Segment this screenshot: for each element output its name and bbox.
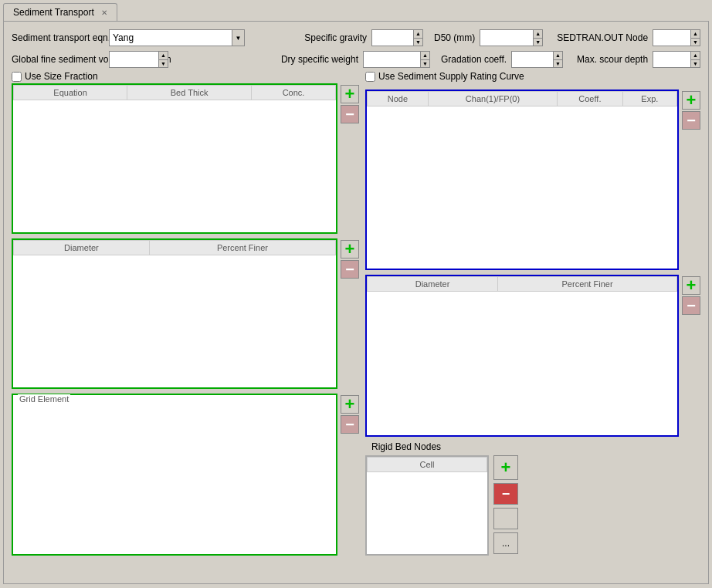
use-size-fraction-row: Use Size Fraction: [12, 71, 359, 82]
use-sediment-supply-checkbox[interactable]: [365, 72, 375, 82]
dry-specific-weight-spin: 14700.00 ▲ ▼: [363, 51, 430, 68]
gradation-coeff-spin: 3.71 ▲ ▼: [511, 51, 563, 68]
minus-icon-5: −: [687, 298, 696, 313]
right-table-1-add-btn[interactable]: +: [682, 91, 700, 110]
rigid-bed-table-container: Cell: [365, 455, 489, 556]
gradation-coeff-input[interactable]: 3.71: [511, 51, 554, 68]
plus-icon: +: [345, 86, 355, 103]
right-table-1-container: Node Chan(1)/FP(0) Coeff. Exp.: [365, 90, 679, 270]
right-section-1-row: Node Chan(1)/FP(0) Coeff. Exp. + −: [365, 90, 700, 270]
right-column: Use Sediment Supply Rating Curve Node Ch…: [365, 71, 700, 556]
grid-element-label: Grid Element: [18, 394, 70, 404]
gradation-coeff-label: Gradation coeff.: [441, 54, 507, 65]
global-fine-up[interactable]: ▲: [159, 52, 168, 60]
right-table-1-remove-btn[interactable]: −: [682, 111, 700, 130]
d50-spin: 0.1200 ▲ ▼: [480, 29, 543, 46]
use-sediment-supply-label: Use Sediment Supply Rating Curve: [378, 71, 524, 82]
global-fine-spin: 0.0778 ▲ ▼: [109, 51, 168, 68]
rigid-plus-icon: +: [501, 459, 511, 476]
col-percent-finer-1: Percent Finer: [149, 241, 335, 255]
dry-specific-weight-label: Dry specific weight: [281, 54, 358, 65]
col-conc: Conc.: [252, 86, 336, 100]
right-table-2-remove-btn[interactable]: −: [682, 296, 700, 315]
max-scour-spin: 3.00 ▲ ▼: [653, 51, 700, 68]
left-section-3-row: Grid Element + −: [12, 394, 359, 556]
rigid-bed-dots-btn[interactable]: ...: [493, 532, 518, 554]
max-scour-up[interactable]: ▲: [691, 52, 700, 60]
d50-up[interactable]: ▲: [534, 30, 542, 39]
d50-label: D50 (mm): [434, 32, 475, 43]
rigid-bed-buttons: + − ...: [493, 455, 518, 554]
rigid-bed-inner: Cell + −: [365, 455, 518, 556]
right-table-2-btns: + −: [682, 275, 700, 437]
rigid-bed-add-btn[interactable]: +: [493, 455, 518, 480]
col-node: Node: [368, 92, 429, 106]
specific-gravity-up[interactable]: ▲: [414, 30, 422, 39]
use-size-fraction-checkbox[interactable]: [12, 72, 22, 82]
col-diameter-2: Diameter: [368, 277, 498, 292]
plus-icon-5: +: [687, 277, 697, 294]
global-fine-label: Global fine sediment vol. concentration: [12, 54, 104, 65]
specific-gravity-label: Specific gravity: [304, 32, 367, 43]
sediment-eqn-arrow[interactable]: ▼: [232, 29, 245, 46]
right-table-2-add-btn[interactable]: +: [682, 276, 700, 295]
sedtran-node-up[interactable]: ▲: [691, 30, 700, 39]
dry-specific-weight-up[interactable]: ▲: [421, 52, 429, 60]
gradation-coeff-down[interactable]: ▼: [554, 60, 562, 68]
right-table-1-btns: + −: [682, 90, 700, 270]
rigid-bed-section: Rigid Bed Nodes Cell: [365, 441, 700, 556]
right-sections: Node Chan(1)/FP(0) Coeff. Exp. + −: [365, 90, 700, 556]
left-table-3-remove-btn[interactable]: −: [341, 415, 359, 434]
left-table-1-add-btn[interactable]: +: [341, 85, 359, 103]
plus-icon-3: +: [345, 396, 355, 413]
d50-input[interactable]: 0.1200: [480, 29, 534, 46]
col-cell: Cell: [368, 458, 487, 472]
col-percent-finer-2: Percent Finer: [498, 277, 677, 292]
rigid-minus-icon: −: [502, 487, 510, 501]
right-section-2-row: Diameter Percent Finer + −: [365, 275, 700, 437]
use-sediment-supply-row: Use Sediment Supply Rating Curve: [365, 71, 700, 82]
left-table-3-container: Grid Element: [12, 394, 337, 556]
specific-gravity-spin: 2.65 ▲ ▼: [371, 29, 423, 46]
left-table-2-add-btn[interactable]: +: [341, 240, 359, 259]
col-equation: Equation: [14, 86, 127, 100]
right-table-2: Diameter Percent Finer: [367, 276, 677, 292]
global-fine-input[interactable]: 0.0778: [109, 51, 159, 68]
rigid-bed-table: Cell: [367, 457, 487, 472]
d50-down[interactable]: ▼: [534, 39, 542, 46]
content-area: Use Size Fraction Equation Bed Thick Con…: [12, 71, 700, 556]
sediment-eqn-select-container: Yang Engelund-Hansen Ackers-White Parker…: [109, 29, 245, 46]
use-size-fraction-label: Use Size Fraction: [25, 71, 98, 82]
sedtran-node-label: SEDTRAN.OUT Node: [557, 32, 648, 43]
left-table-2-remove-btn[interactable]: −: [341, 260, 359, 279]
global-fine-down[interactable]: ▼: [159, 60, 168, 68]
sedtran-node-down[interactable]: ▼: [691, 39, 700, 46]
sedtran-node-input[interactable]: 0: [653, 29, 691, 46]
left-table-1-remove-btn[interactable]: −: [341, 105, 359, 123]
dry-specific-weight-input[interactable]: 14700.00: [363, 51, 421, 68]
sediment-transport-tab[interactable]: Sediment Transport ✕: [3, 3, 117, 21]
max-scour-down[interactable]: ▼: [691, 60, 700, 68]
rigid-bed-remove-btn[interactable]: −: [493, 483, 518, 505]
max-scour-label: Max. scour depth: [577, 54, 648, 65]
col-exp: Exp.: [622, 92, 676, 106]
minus-icon-3: −: [345, 417, 354, 432]
gradation-coeff-up[interactable]: ▲: [554, 52, 562, 60]
tab-close-icon[interactable]: ✕: [101, 8, 107, 17]
tab-label: Sediment Transport: [13, 7, 94, 18]
minus-icon: −: [345, 106, 354, 122]
left-table-1: Equation Bed Thick Conc.: [13, 85, 336, 100]
max-scour-input[interactable]: 3.00: [653, 51, 691, 68]
col-coeff: Coeff.: [558, 92, 623, 106]
left-table-2-btns: + −: [341, 238, 359, 389]
left-section-2-row: Diameter Percent Finer + −: [12, 238, 359, 389]
left-table-3-btns: + −: [341, 394, 359, 556]
left-table-3-add-btn[interactable]: +: [341, 395, 359, 414]
specific-gravity-down[interactable]: ▼: [414, 39, 422, 46]
dry-specific-weight-down[interactable]: ▼: [421, 60, 429, 68]
rigid-bed-square-btn[interactable]: [493, 508, 518, 529]
sediment-eqn-select[interactable]: Yang Engelund-Hansen Ackers-White Parker: [109, 29, 232, 46]
plus-icon-2: +: [345, 241, 355, 258]
dots-icon: ...: [502, 538, 510, 549]
specific-gravity-input[interactable]: 2.65: [371, 29, 414, 46]
